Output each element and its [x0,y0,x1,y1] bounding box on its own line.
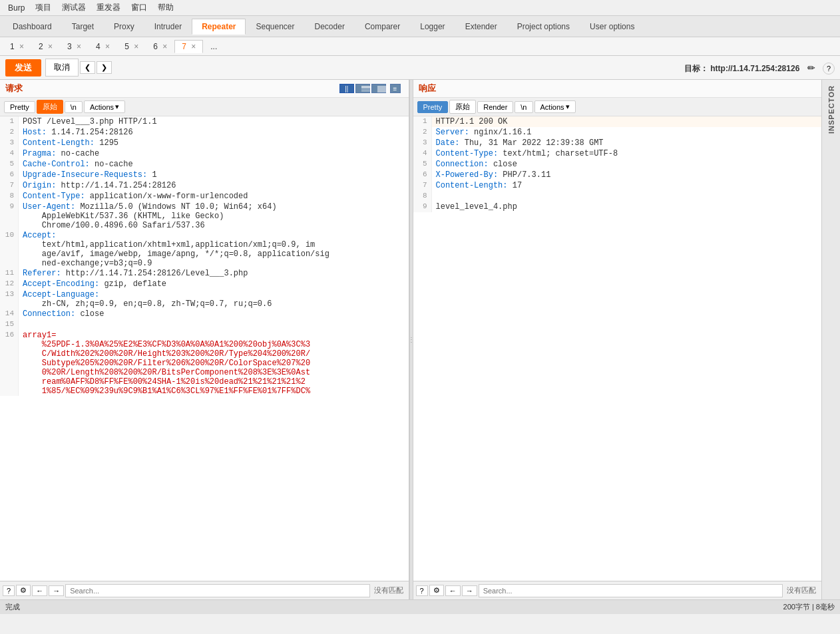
request-panel: 请求 [0,80,409,599]
tab-target[interactable]: Target [62,19,104,35]
target-prefix: 目标： [684,64,708,73]
nav-tabs: Dashboard Target Proxy Intruder Repeater… [0,16,840,37]
table-row: 5 Cache-Control: no-cache [0,159,409,170]
request-search-input[interactable] [65,584,369,597]
request-pretty-tab[interactable]: Pretty [4,101,35,113]
table-row: 4 Content-Type: text/html; charset=UTF-8 [413,148,822,159]
tab-logger[interactable]: Logger [410,19,455,35]
table-row: 4 Pragma: no-cache [0,148,409,159]
request-ln-tab[interactable]: \n [65,101,83,113]
table-row: 10 Accept: text/html,application/xhtml+x… [0,230,409,268]
table-row: 14 Connection: close [0,309,409,319]
menu-project[interactable]: 项目 [30,1,57,15]
table-row: 11 Referer: http://1.14.71.254:28126/Lev… [0,268,409,279]
response-render-tab[interactable]: Render [477,101,513,113]
nav-next-button[interactable]: ❯ [97,61,112,74]
table-row: 1 POST /Level___3.php HTTP/1.1 [0,116,409,127]
status-right: 200字节 | 8毫秒 [783,602,835,612]
request-panel-toolbar: Pretty 原始 \n Actions ▾ [0,98,409,116]
response-ln-tab[interactable]: \n [515,101,532,113]
tab-decoder[interactable]: Decoder [305,19,355,35]
subtab-1[interactable]: 1 × [3,40,31,53]
tab-extender[interactable]: Extender [455,19,507,35]
tab-user-options[interactable]: User options [580,19,644,35]
status-left: 完成 [5,602,20,612]
toolbar: 发送 取消 ❮ ❯ 目标： http://1.14.71.254:28126 ✏… [0,56,840,80]
inspector-toggle[interactable]: ≡ [390,84,401,93]
menu-burp[interactable]: Burp [3,2,30,14]
table-row: 12 Accept-Encoding: gzip, deflate [0,279,409,289]
status-bar: 完成 200字节 | 8毫秒 [0,599,840,614]
response-code-area[interactable]: 1 HTTP/1.1 200 OK 2 Server: nginx/1.16.1… [413,116,822,581]
subtab-5[interactable]: 5 × [117,40,146,53]
subtab-3[interactable]: 3 × [60,40,89,53]
response-bottom-bar: ? ⚙ ← → 没有匹配 [413,581,822,599]
table-row: 16 array1= %25PDF-1.3%0A%25%E2%E3%CF%D3%… [0,330,409,396]
tab-dashboard[interactable]: Dashboard [3,19,62,35]
table-row: 3 Content-Length: 1295 [0,138,409,148]
table-row: 6 X-Powered-By: PHP/7.3.11 [413,170,822,180]
response-help-button[interactable]: ? [416,585,428,596]
subtab-6[interactable]: 6 × [146,40,174,53]
table-row: 5 Connection: close [413,159,822,170]
target-url: http://1.14.71.254:28126 [710,64,799,73]
edit-target-button[interactable]: ✏ [805,61,818,75]
response-header: 响应 [419,82,436,94]
tab-sequencer[interactable]: Sequencer [246,19,304,35]
nav-prev-button[interactable]: ❮ [80,61,95,74]
view-single-btn[interactable] [371,84,386,93]
response-next-button[interactable]: → [462,585,477,596]
table-row: 7 Origin: http://1.14.71.254:28126 [0,180,409,191]
response-settings-button[interactable]: ⚙ [429,585,444,596]
inspector-label: INSPECTOR [827,85,835,134]
view-horizontal-btn[interactable] [355,84,370,93]
sub-tabs: 1 × 2 × 3 × 4 × 5 × 6 × 7 × ... [0,37,840,56]
response-actions-button[interactable]: Actions ▾ [534,100,576,113]
subtab-7[interactable]: 7 × [174,40,203,53]
request-raw-tab[interactable]: 原始 [37,100,63,114]
table-row: 2 Host: 1.14.71.254:28126 [0,127,409,138]
main-content: 请求 [0,80,840,599]
subtab-more[interactable]: ... [203,40,224,53]
table-row: 9 User-Agent: Mozilla/5.0 (Windows NT 10… [0,202,409,230]
tab-repeater[interactable]: Repeater [192,19,246,35]
table-row: 1 HTTP/1.1 200 OK [413,116,822,127]
send-button[interactable]: 发送 [5,59,41,77]
menubar: Burp 项目 测试器 重发器 窗口 帮助 [0,0,840,16]
menu-window[interactable]: 窗口 [126,1,152,15]
table-row: 7 Content-Length: 17 [413,180,822,191]
request-code-area[interactable]: 1 POST /Level___3.php HTTP/1.1 2 Host: 1… [0,116,409,581]
toolbar-target: 目标： http://1.14.71.254:28126 ✏ ? [684,61,835,75]
request-header: 请求 [5,82,23,94]
inspector-panel: INSPECTOR [821,80,840,599]
response-search-input[interactable] [479,584,783,597]
tab-comparer[interactable]: Comparer [355,19,410,35]
table-row: 6 Upgrade-Insecure-Requests: 1 [0,170,409,180]
response-pretty-tab[interactable]: Pretty [417,101,449,113]
tab-project-options[interactable]: Project options [507,19,580,35]
response-raw-tab[interactable]: 原始 [449,100,476,114]
view-split-btn[interactable] [339,84,354,93]
request-next-button[interactable]: → [49,585,64,596]
cancel-button[interactable]: 取消 [45,59,79,77]
response-prev-button[interactable]: ← [445,585,461,596]
menu-tester[interactable]: 测试器 [57,1,91,15]
subtab-2[interactable]: 2 × [31,40,60,53]
request-help-button[interactable]: ? [3,585,15,596]
menu-repeater[interactable]: 重发器 [91,1,126,15]
table-row: 3 Date: Thu, 31 Mar 2022 12:39:38 GMT [413,138,822,148]
table-row: 2 Server: nginx/1.16.1 [413,127,822,138]
table-row: 13 Accept-Language: zh-CN, zh;q=0.9, en;… [0,289,409,309]
tab-proxy[interactable]: Proxy [104,19,144,35]
request-actions-button[interactable]: Actions ▾ [84,100,125,113]
request-prev-button[interactable]: ← [32,585,47,596]
request-no-match: 没有匹配 [374,585,403,595]
menu-help[interactable]: 帮助 [152,1,179,15]
table-row: 8 [413,191,822,202]
table-row: 15 [0,319,409,330]
help-button[interactable]: ? [823,63,835,75]
subtab-4[interactable]: 4 × [89,40,117,53]
tab-intruder[interactable]: Intruder [144,19,192,35]
request-settings-button[interactable]: ⚙ [16,585,31,596]
table-row: 9 level_level_4.php [413,202,822,212]
